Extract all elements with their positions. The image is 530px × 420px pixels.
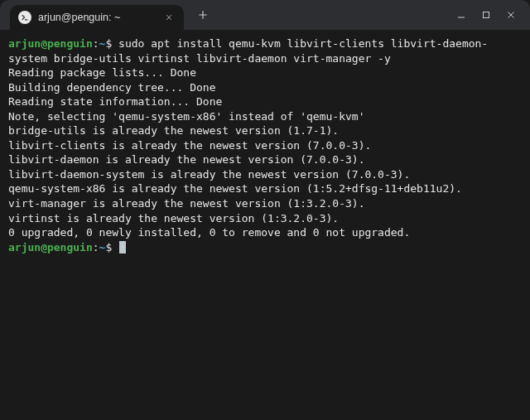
output-line: libvirt-daemon is already the newest ver… xyxy=(8,152,522,167)
prompt-symbol: $ xyxy=(105,37,112,50)
minimize-button[interactable] xyxy=(450,4,472,26)
output-line: libvirt-daemon-system is already the new… xyxy=(8,167,522,182)
output-line: 0 upgraded, 0 newly installed, 0 to remo… xyxy=(8,225,522,240)
prompt-user-host: arjun@penguin xyxy=(8,37,93,50)
output-line: libvirt-clients is already the newest ve… xyxy=(8,138,522,153)
svg-rect-6 xyxy=(484,12,489,18)
output-line: Note, selecting 'qemu-system-x86' instea… xyxy=(8,109,522,124)
prompt-sep: : xyxy=(93,37,99,50)
prompt: arjun@penguin:~$ xyxy=(8,37,112,50)
new-tab-button[interactable] xyxy=(192,4,214,26)
tab-title: arjun@penguin: ~ xyxy=(38,12,156,23)
terminal-icon xyxy=(18,11,31,24)
output-line: Reading state information... Done xyxy=(8,94,522,109)
output-line: qemu-system-x86 is already the newest ve… xyxy=(8,181,522,196)
titlebar: arjun@penguin: ~ xyxy=(0,0,530,30)
cursor xyxy=(119,241,126,253)
prompt-user-host: arjun@penguin xyxy=(8,241,93,253)
close-tab-button[interactable] xyxy=(162,11,176,24)
terminal-area[interactable]: arjun@penguin:~$ sudo apt install qemu-k… xyxy=(0,30,530,261)
close-window-button[interactable] xyxy=(500,4,522,26)
output-line: virtinst is already the newest version (… xyxy=(8,211,522,226)
maximize-button[interactable] xyxy=(475,4,497,26)
output-line: Reading package lists... Done xyxy=(8,65,522,80)
prompt-symbol: $ xyxy=(105,241,112,253)
output-line: virt-manager is already the newest versi… xyxy=(8,196,522,211)
output-line: bridge-utils is already the newest versi… xyxy=(8,123,522,138)
prompt-sep: : xyxy=(93,241,99,253)
prompt: arjun@penguin:~$ xyxy=(8,241,112,253)
output-line: Building dependency tree... Done xyxy=(8,80,522,95)
terminal-tab[interactable]: arjun@penguin: ~ xyxy=(10,5,184,30)
